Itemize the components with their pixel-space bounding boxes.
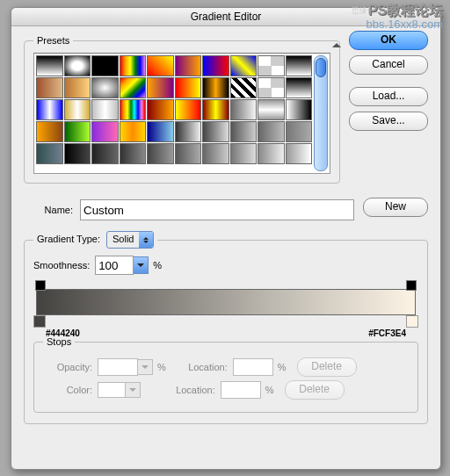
preset-swatch[interactable]: [202, 55, 229, 76]
stops-fieldset: Stops Opacity: % Location: % Delete Colo…: [33, 336, 418, 413]
preset-swatch[interactable]: [202, 99, 229, 120]
preset-swatch[interactable]: [286, 121, 313, 142]
opacity-input: [98, 358, 138, 376]
preset-swatch[interactable]: [64, 55, 91, 76]
presets-flyout-icon[interactable]: [332, 43, 341, 47]
opacity-delete-button: Delete: [297, 357, 357, 377]
preset-swatch[interactable]: [230, 99, 258, 120]
gradient-type-legend: Gradient Type: Solid: [33, 231, 157, 249]
preset-swatch[interactable]: [230, 143, 258, 164]
gradient-bar[interactable]: [36, 289, 416, 315]
save-button[interactable]: Save...: [349, 112, 428, 131]
scrollbar-thumb[interactable]: [316, 58, 326, 77]
preset-swatch[interactable]: [91, 121, 119, 142]
preset-swatch[interactable]: [120, 121, 147, 142]
color-stop-left[interactable]: [33, 315, 46, 328]
color-delete-button: Delete: [285, 380, 345, 400]
preset-swatch[interactable]: [120, 55, 147, 76]
presets-panel: [33, 53, 330, 174]
gradient-type-select[interactable]: Solid: [106, 231, 154, 249]
gradient-editor-window: Gradient Editor Presets OK Cancel Load..…: [11, 7, 441, 470]
preset-swatch[interactable]: [147, 99, 174, 120]
preset-swatch[interactable]: [36, 77, 63, 98]
preset-swatch[interactable]: [64, 121, 91, 142]
color-location-label: Location:: [166, 385, 215, 395]
stops-legend: Stops: [43, 336, 75, 347]
preset-swatch[interactable]: [175, 55, 202, 76]
gradient-type-value: Solid: [107, 232, 139, 248]
smoothness-dropdown-icon[interactable]: [134, 256, 149, 274]
opacity-pct: %: [157, 362, 166, 372]
preset-swatch[interactable]: [258, 77, 285, 98]
preset-swatch[interactable]: [64, 77, 91, 98]
preset-swatch[interactable]: [230, 77, 258, 98]
preset-swatch[interactable]: [120, 77, 147, 98]
new-button[interactable]: New: [363, 198, 428, 217]
opacity-label: Opacity:: [43, 362, 92, 372]
preset-swatch[interactable]: [36, 55, 63, 76]
color-dropdown-icon: [126, 382, 141, 398]
load-button[interactable]: Load...: [349, 87, 428, 106]
preset-swatch[interactable]: [286, 143, 313, 164]
presets-grid: [36, 55, 312, 171]
preset-swatch[interactable]: [202, 77, 229, 98]
updown-icon: [139, 232, 153, 248]
gradient-bar-area: #444240 #FCF3E4: [33, 282, 418, 336]
preset-swatch[interactable]: [147, 121, 174, 142]
preset-swatch[interactable]: [202, 121, 229, 142]
preset-swatch[interactable]: [175, 77, 202, 98]
preset-swatch[interactable]: [91, 143, 119, 164]
smoothness-label: Smoothness:: [33, 260, 90, 270]
preset-swatch[interactable]: [258, 121, 285, 142]
color-label: Color:: [43, 385, 92, 395]
presets-scrollbar[interactable]: [314, 55, 328, 171]
preset-swatch[interactable]: [175, 121, 202, 142]
preset-swatch[interactable]: [36, 121, 63, 142]
opacity-stop-right[interactable]: [406, 280, 417, 291]
preset-swatch[interactable]: [91, 55, 119, 76]
preset-swatch[interactable]: [230, 121, 258, 142]
preset-swatch[interactable]: [230, 55, 258, 76]
opacity-location-label: Location:: [178, 362, 228, 372]
preset-swatch[interactable]: [147, 143, 174, 164]
preset-swatch[interactable]: [258, 55, 285, 76]
preset-swatch[interactable]: [147, 55, 174, 76]
preset-swatch[interactable]: [175, 143, 202, 164]
preset-swatch[interactable]: [64, 143, 91, 164]
preset-swatch[interactable]: [120, 143, 147, 164]
color-location-input: [221, 381, 261, 399]
color-stop-right[interactable]: [406, 315, 418, 328]
percent-label: %: [153, 260, 162, 270]
preset-swatch[interactable]: [286, 99, 313, 120]
preset-swatch[interactable]: [36, 99, 63, 120]
preset-swatch[interactable]: [286, 55, 313, 76]
presets-fieldset: Presets: [24, 35, 340, 184]
gradient-type-label: Gradient Type:: [37, 234, 100, 244]
opacity-dropdown-icon: [138, 359, 153, 375]
opacity-stop-left[interactable]: [35, 280, 46, 291]
opacity-loc-pct: %: [278, 362, 287, 372]
color-loc-pct: %: [265, 385, 274, 395]
preset-swatch[interactable]: [120, 99, 147, 120]
preset-swatch[interactable]: [64, 99, 91, 120]
gradient-type-fieldset: Gradient Type: Solid Smoothness: % #4442…: [24, 231, 428, 424]
preset-swatch[interactable]: [286, 77, 313, 98]
preset-swatch[interactable]: [175, 99, 202, 120]
color-well: [98, 382, 126, 398]
smoothness-input[interactable]: [95, 256, 134, 275]
preset-swatch[interactable]: [202, 143, 229, 164]
watermark-text-3: bbs.16xx8.com: [367, 18, 443, 31]
preset-swatch[interactable]: [91, 77, 119, 98]
preset-swatch[interactable]: [147, 77, 174, 98]
opacity-location-input: [233, 358, 273, 376]
presets-legend: Presets: [33, 35, 73, 46]
preset-swatch[interactable]: [91, 99, 119, 120]
preset-swatch[interactable]: [258, 99, 285, 120]
name-input[interactable]: [80, 199, 354, 220]
preset-swatch[interactable]: [36, 143, 63, 164]
name-label: Name:: [24, 205, 73, 215]
cancel-button[interactable]: Cancel: [349, 55, 428, 75]
ok-button[interactable]: OK: [349, 31, 428, 50]
preset-swatch[interactable]: [258, 143, 285, 164]
